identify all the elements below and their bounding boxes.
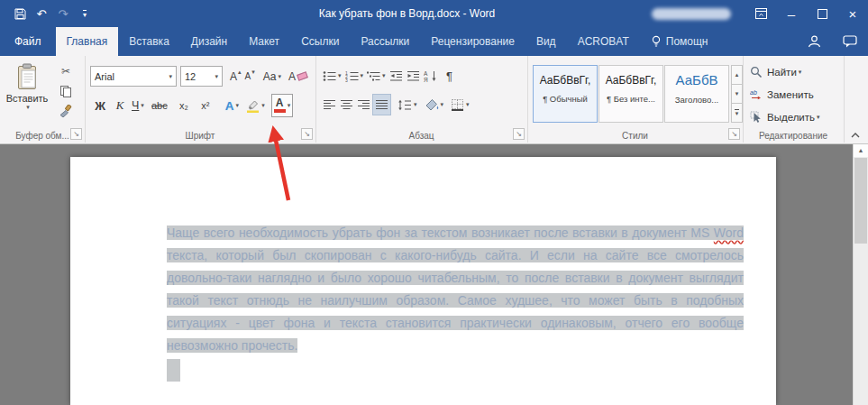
line-spacing-button[interactable]: ▾ <box>396 95 419 115</box>
styles-scroll-up-button[interactable]: ▲ <box>731 65 743 85</box>
vertical-scrollbar[interactable]: ▲ <box>853 143 868 405</box>
clipboard-dialog-launcher[interactable]: ↘ <box>70 128 82 140</box>
tab-assistant-label: Помощн <box>666 35 708 48</box>
grow-font-button[interactable]: А▴ <box>228 67 243 87</box>
styles-dialog-launcher[interactable]: ↘ <box>728 128 740 140</box>
align-left-button[interactable] <box>321 95 338 115</box>
borders-button[interactable]: ▾ <box>449 95 471 115</box>
tab-mailings[interactable]: Рассылки <box>350 27 420 56</box>
select-label: Выделить <box>767 112 815 123</box>
font-size-value: 12 <box>185 71 196 82</box>
font-dialog-launcher[interactable]: ↘ <box>301 128 313 140</box>
clear-formatting-button[interactable]: А <box>287 67 309 87</box>
cut-button[interactable]: ✂ <box>56 63 76 78</box>
italic-button[interactable]: К <box>110 96 130 115</box>
font-size-combobox[interactable]: 12 ▾ <box>180 66 223 87</box>
document-paragraph[interactable]: Чаще всего необходимость убрать фон за т… <box>167 222 744 357</box>
superscript-button[interactable]: х² <box>195 96 216 115</box>
font-color-red-bar <box>274 109 286 113</box>
customize-quick-access-button[interactable]: ▾ <box>74 2 96 25</box>
shading-button[interactable]: ▾ <box>423 95 446 115</box>
minimize-button[interactable]: – <box>776 0 807 27</box>
tab-insert[interactable]: Вставка <box>118 27 180 56</box>
scroll-up-button[interactable]: ▲ <box>854 143 868 157</box>
tab-home[interactable]: Главная <box>56 27 119 56</box>
document-area[interactable]: Чаще всего необходимость убрать фон за т… <box>0 143 868 405</box>
chevron-down-icon: ▾ <box>799 69 802 76</box>
tab-references[interactable]: Ссылки <box>290 27 350 56</box>
tab-acrobat[interactable]: ACROBAT <box>567 27 640 56</box>
replace-button[interactable]: ab Заменить <box>750 86 814 104</box>
save-button[interactable] <box>9 2 31 25</box>
maximize-button[interactable] <box>807 0 837 27</box>
align-right-button[interactable] <box>355 95 372 115</box>
chevron-down-icon: ▾ <box>141 102 144 109</box>
font-color-button[interactable]: А ▾ <box>271 94 294 117</box>
decrease-indent-icon <box>389 70 403 82</box>
copy-icon <box>59 85 72 97</box>
sort-icon: АЯ <box>424 70 438 82</box>
tab-assistant[interactable]: Помощн <box>640 27 719 56</box>
tab-view[interactable]: Вид <box>525 27 567 56</box>
undo-icon: ↶ <box>37 7 47 21</box>
multilevel-list-button[interactable]: ▾ <box>365 66 388 86</box>
scissors-icon: ✂ <box>61 65 70 78</box>
numbering-button[interactable]: 123▾ <box>343 66 366 86</box>
shrink-font-button[interactable]: А▾ <box>243 67 257 87</box>
borders-icon <box>451 98 464 111</box>
format-painter-button[interactable] <box>56 103 76 118</box>
tab-design[interactable]: Дизайн <box>180 27 238 56</box>
window-title: Как убрать фон в Ворд.docx - Word <box>180 0 634 27</box>
paragraph-group-label: Абзац <box>315 131 527 141</box>
font-name-combobox[interactable]: Arial ▾ <box>90 66 177 87</box>
copy-button[interactable] <box>56 83 76 98</box>
subscript-button[interactable]: х₂ <box>173 96 195 115</box>
ribbon-display-options-icon <box>755 8 767 19</box>
tab-review[interactable]: Рецензирование <box>420 27 525 56</box>
bold-button[interactable]: Ж <box>90 96 110 115</box>
increase-indent-button[interactable] <box>405 66 422 86</box>
justify-button[interactable] <box>372 94 391 115</box>
bullets-button[interactable]: ▾ <box>321 66 343 86</box>
styles-scroll-down-button[interactable]: ▼ <box>731 84 743 104</box>
chevron-down-icon: ▾ <box>278 73 281 80</box>
document-page[interactable]: Чаще всего необходимость убрать фон за т… <box>70 157 776 405</box>
style-card-heading1[interactable]: АаБбВ Заголово... <box>664 65 729 123</box>
redo-button[interactable]: ↷ <box>52 2 74 25</box>
undo-button[interactable]: ↶ <box>31 2 52 25</box>
search-icon <box>750 66 763 78</box>
tabbar-spacer <box>718 27 796 56</box>
selected-paragraph-mark <box>167 359 180 382</box>
close-button[interactable]: × <box>837 0 868 27</box>
find-button[interactable]: Найти ▾ <box>750 63 801 81</box>
paste-button[interactable]: Вставить ▾ <box>3 60 51 111</box>
comments-icon[interactable] <box>832 27 868 56</box>
strikethrough-button[interactable]: abc <box>146 96 173 115</box>
ribbon: Вставить ▾ ✂ Буфер обм... ↘ Arial ▾ 12 ▾ <box>0 56 868 144</box>
clear-formatting-letter: А <box>288 70 296 83</box>
tab-layout[interactable]: Макет <box>238 27 290 56</box>
show-paragraph-marks-button[interactable]: ¶ <box>440 66 460 86</box>
account-name-blurred[interactable] <box>652 8 731 20</box>
save-icon <box>14 8 26 20</box>
align-center-button[interactable] <box>338 95 355 115</box>
paragraph-dialog-launcher[interactable]: ↘ <box>513 128 525 140</box>
styles-more-button[interactable]: ▼ <box>731 103 743 123</box>
scrollbar-thumb[interactable] <box>854 158 867 244</box>
tab-file[interactable]: Файл <box>0 27 56 56</box>
chevron-down-icon: ▾ <box>288 102 291 109</box>
select-button[interactable]: Выделить ▾ <box>750 108 820 126</box>
selected-text-before: Чаще всего необходимость убрать фон за т… <box>167 226 714 240</box>
text-highlight-color-button[interactable]: ▾ <box>244 96 267 115</box>
chevron-down-icon: ▾ <box>169 73 172 80</box>
ribbon-display-options-button[interactable] <box>745 0 776 27</box>
text-effects-button[interactable]: А▾ <box>224 96 241 115</box>
collapse-ribbon-button[interactable] <box>851 133 860 138</box>
sign-in-person-icon[interactable] <box>796 27 832 56</box>
style-card-no-spacing[interactable]: АаБбВвГг, ¶ Без инте... <box>598 65 663 123</box>
sort-button[interactable]: АЯ <box>422 66 440 86</box>
change-case-button[interactable]: Aa▾ <box>261 67 283 87</box>
underline-button[interactable]: Ч▾ <box>130 96 146 115</box>
decrease-indent-button[interactable] <box>388 66 405 86</box>
style-card-normal[interactable]: АаБбВвГг, ¶ Обычный <box>533 65 598 123</box>
